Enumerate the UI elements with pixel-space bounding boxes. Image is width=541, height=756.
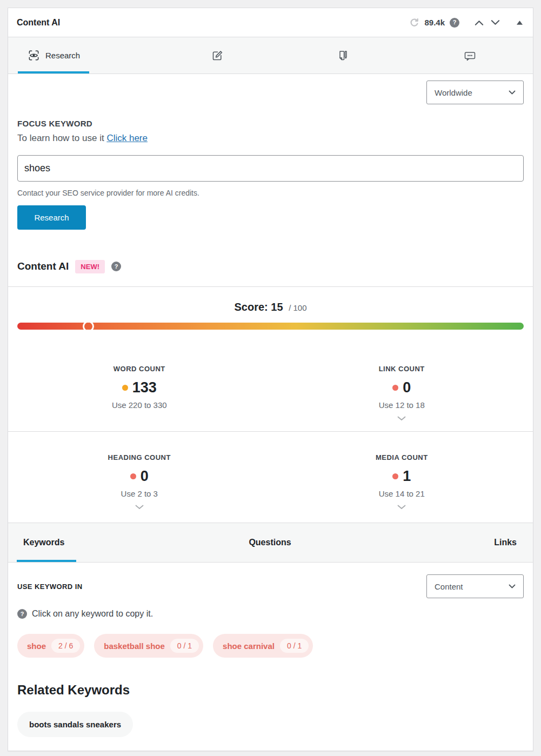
stat-heading-count: HEADING COUNT 0 Use 2 to 3: [8, 453, 271, 523]
click-here-link[interactable]: Click here: [106, 133, 148, 143]
score-label: Score:: [235, 301, 268, 313]
related-keywords-heading: Related Keywords: [17, 683, 524, 698]
stats-row-1: WORD COUNT 133 Use 220 to 330 LINK COUNT…: [8, 352, 533, 431]
tab-write[interactable]: [154, 37, 280, 73]
keyword-pill[interactable]: shoe 2 / 6: [17, 634, 84, 658]
use-keyword-in-label: USE KEYWORD IN: [17, 583, 82, 591]
page-pencil-icon: [337, 49, 350, 62]
tab-keywords[interactable]: Keywords: [8, 523, 188, 562]
score-marker: [83, 320, 94, 332]
refresh-credits-icon[interactable]: [409, 17, 419, 28]
research-button[interactable]: Research: [17, 205, 86, 230]
target-select-value: Content: [435, 582, 463, 591]
stat-value: 1: [403, 468, 411, 485]
keyword-pill-count: 2 / 6: [51, 639, 80, 653]
keyword-copy-hint: Click on any keyword to copy it.: [32, 609, 153, 619]
keyword-pill[interactable]: shoe carnival 0 / 1: [213, 634, 313, 658]
keyword-pill-text: shoe: [27, 641, 46, 651]
status-dot: [392, 473, 398, 479]
keyword-pill-count: 0 / 1: [280, 639, 309, 653]
credits-count: 89.4k: [424, 18, 445, 27]
focus-keyword-label: FOCUS KEYWORD: [17, 119, 524, 128]
move-down-button[interactable]: [490, 18, 501, 27]
panel-title: Content AI: [17, 18, 60, 28]
content-ai-heading-row: Content AI NEW! ?: [8, 246, 533, 287]
stat-label: MEDIA COUNT: [271, 453, 533, 461]
tab-links[interactable]: Links: [352, 523, 533, 562]
chevron-down-icon: [491, 19, 500, 26]
tab-page[interactable]: [280, 37, 407, 73]
tab-chat[interactable]: [406, 37, 533, 73]
stat-expand-chevron-icon[interactable]: [397, 416, 406, 421]
stat-expand-chevron-icon[interactable]: [397, 505, 406, 510]
status-dot: [122, 385, 128, 391]
hint-help-icon: ?: [17, 609, 27, 619]
move-up-button[interactable]: [473, 18, 485, 27]
stat-range: Use 2 to 3: [8, 489, 271, 498]
stat-range: Use 14 to 21: [271, 489, 533, 498]
focus-keyword-help-line: To learn how to use it Click here: [17, 133, 524, 144]
research-eye-icon: [28, 49, 40, 62]
score-max: / 100: [289, 303, 306, 312]
chat-dots-icon: [463, 50, 477, 62]
keyword-copy-hint-row: ? Click on any keyword to copy it.: [17, 609, 524, 619]
edit-pencil-icon: [211, 49, 224, 62]
keyword-section: USE KEYWORD IN Content ? Click on any ke…: [8, 574, 533, 737]
help-line-text: To learn how to use it: [17, 133, 106, 143]
chevron-up-icon: [475, 19, 484, 26]
stat-value: 0: [403, 379, 411, 396]
tab-research-label: Research: [45, 51, 80, 60]
stats-row-2: HEADING COUNT 0 Use 2 to 3 MEDIA COUNT 1…: [8, 431, 533, 523]
status-dot: [392, 385, 398, 391]
credits-note: Contact your SEO service provider for mo…: [17, 189, 524, 197]
keyword-pill-text: basketball shoe: [104, 641, 165, 651]
region-select[interactable]: Worldwide: [426, 81, 524, 104]
stat-range: Use 12 to 18: [271, 400, 533, 410]
credits-help-icon[interactable]: ?: [450, 18, 459, 28]
keyword-pills-row: shoe 2 / 6 basketball shoe 0 / 1 shoe ca…: [17, 634, 524, 658]
status-dot: [130, 473, 136, 479]
keyword-pill-text: shoe carnival: [223, 641, 275, 651]
content-ai-heading: Content AI: [17, 260, 69, 272]
stat-media-count: MEDIA COUNT 1 Use 14 to 21: [271, 453, 533, 523]
stat-word-count: WORD COUNT 133 Use 220 to 330: [8, 365, 271, 431]
stat-expand-chevron-icon[interactable]: [135, 505, 144, 510]
score-value: 15: [271, 301, 283, 313]
focus-keyword-input[interactable]: [17, 155, 524, 182]
chevron-down-icon: [509, 90, 516, 95]
header-controls: 89.4k ?: [409, 17, 524, 28]
score-section: Score: 15 / 100: [8, 287, 533, 352]
toolbar-tabs: Research: [8, 37, 533, 74]
score-line: Score: 15 / 100: [17, 301, 524, 313]
chevron-down-icon: [509, 584, 516, 589]
new-badge: NEW!: [75, 260, 105, 273]
use-keyword-target-select[interactable]: Content: [426, 574, 524, 598]
stat-value: 0: [141, 468, 149, 485]
region-select-value: Worldwide: [435, 88, 472, 97]
stat-label: WORD COUNT: [8, 365, 271, 373]
keyword-tabs: Keywords Questions Links: [8, 523, 533, 563]
keyword-pill-count: 0 / 1: [170, 639, 199, 653]
collapse-panel-button[interactable]: [515, 19, 524, 26]
stat-label: LINK COUNT: [271, 365, 533, 373]
related-keyword-pill[interactable]: boots sandals sneakers: [17, 712, 133, 737]
keyword-pill[interactable]: basketball shoe 0 / 1: [94, 634, 203, 658]
tab-research[interactable]: Research: [8, 37, 154, 73]
research-section: Worldwide FOCUS KEYWORD To learn how to …: [8, 74, 533, 246]
content-ai-panel: Content AI 89.4k ?: [8, 8, 533, 751]
content-ai-help-icon[interactable]: ?: [111, 262, 121, 271]
stat-link-count: LINK COUNT 0 Use 12 to 18: [271, 365, 533, 431]
stat-range: Use 220 to 330: [8, 400, 271, 410]
stat-label: HEADING COUNT: [8, 453, 271, 461]
panel-header: Content AI 89.4k ?: [8, 8, 533, 37]
score-gradient-bar: [17, 323, 524, 330]
collapse-triangle-icon: [516, 20, 523, 25]
stat-value: 133: [132, 379, 157, 396]
tab-questions[interactable]: Questions: [188, 523, 352, 562]
